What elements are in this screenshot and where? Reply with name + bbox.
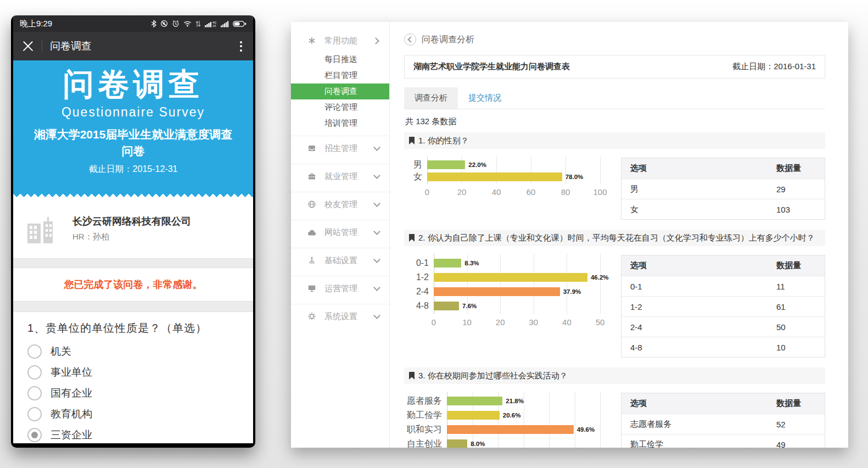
- radio-option-机关[interactable]: 机关: [27, 341, 239, 362]
- battery-icon: [233, 20, 247, 27]
- wifi-icon: [183, 20, 192, 27]
- survey-banner: 问卷调查 Questionnaire Survey 湘潭大学2015届毕业生就业…: [13, 60, 253, 199]
- table-cell-count: 10: [776, 343, 816, 352]
- sidebar-item-enrollment[interactable]: 招生管理: [291, 137, 389, 159]
- tab-bar: 调查分析 提交情况: [404, 87, 825, 109]
- radio-option-三资企业[interactable]: 三资企业: [27, 425, 239, 443]
- chart-bar: [447, 397, 502, 405]
- radio-option-label: 教育机构: [51, 407, 92, 421]
- table-cell-option: 4-8: [630, 343, 776, 352]
- alarm-icon: [172, 20, 180, 27]
- chart-x-axis: 020406080100: [427, 186, 600, 199]
- company-card: 长沙云研网络科技有限公司 HR：孙柏: [13, 199, 253, 258]
- back-button[interactable]: [404, 34, 416, 46]
- main-content: 问卷调查分析 湖南艺术职业学院学生就业能力问卷调查表 截止日期：2016-01-…: [390, 22, 848, 448]
- chart-category-label: 0-1: [405, 258, 434, 268]
- survey-title: 湖南艺术职业学院学生就业能力问卷调查表: [413, 62, 570, 72]
- data-arrows-icon: [195, 20, 201, 27]
- question-body: 愿者服务21.8%勤工俭学20.6%职和实习49.6%自主创业8.0%01020…: [404, 384, 825, 448]
- sidebar-item-alumni[interactable]: 校友管理: [291, 193, 389, 215]
- table-cell-option: 志愿者服务: [630, 419, 776, 430]
- sidebar-item-website[interactable]: 网站管理: [291, 221, 389, 243]
- survey-title-bar: 湖南艺术职业学院学生就业能力问卷调查表 截止日期：2016-01-31: [404, 55, 825, 79]
- sidebar-subitem-评论管理[interactable]: 评论管理: [291, 99, 389, 115]
- company-hr: HR：孙柏: [72, 232, 191, 242]
- chart-category-label: 自主创业: [405, 438, 447, 448]
- chart-gridline: [600, 157, 601, 184]
- bookmark-icon: [409, 234, 415, 242]
- sidebar-subitem-培训管理[interactable]: 培训管理: [291, 115, 389, 131]
- sidebar-group-basic: 基础设置: [291, 248, 389, 276]
- sidebar-item-common[interactable]: 常用功能: [291, 30, 389, 52]
- sidebar-subitem-问卷调查[interactable]: 问卷调查: [291, 83, 389, 99]
- chart-category-label: 愿者服务: [405, 395, 447, 407]
- table-header-option: 选项: [630, 260, 776, 271]
- chart-category-label: 1-2: [405, 272, 434, 282]
- chevron-down-icon: [373, 284, 380, 291]
- sidebar-item-operation[interactable]: 运营管理: [291, 277, 389, 299]
- chart-bar: [434, 259, 461, 268]
- bluetooth-icon: [151, 20, 156, 27]
- table-row: 女103: [621, 199, 825, 219]
- sidebar-group-employment: 就业管理: [291, 164, 389, 192]
- mobile-options: 机关事业单位国有企业教育机构三资企业: [27, 341, 239, 443]
- record-count: 共 132 条数据: [405, 116, 825, 127]
- chevron-right-icon: [372, 37, 379, 44]
- banner-logo: 问卷调查: [13, 60, 253, 101]
- radio-option-label: 三资企业: [51, 428, 92, 442]
- chart-row: 男22.0%: [405, 159, 600, 171]
- bar-chart: 愿者服务21.8%勤工俭学20.6%职和实习49.6%自主创业8.0%01020…: [405, 392, 600, 448]
- chart-axis-tick: 60: [527, 187, 536, 197]
- question-header-text: 2. 你认为自己除了上课（专业和文化课）时间，平均每天花在自习（文化学习和专业练…: [418, 233, 815, 243]
- bookmark-icon: [409, 137, 415, 144]
- tab-submissions[interactable]: 提交情况: [458, 87, 512, 109]
- table-cell-option: 0-1: [630, 282, 776, 291]
- radio-option-label: 国有企业: [51, 386, 92, 400]
- status-icons: 4G1X: [151, 20, 247, 27]
- dual-sim-signal-icon: 4G1X: [205, 20, 217, 27]
- chart-row: 0-18.3%: [405, 256, 600, 270]
- sidebar-group-enrollment: 招生管理: [291, 136, 389, 164]
- chart-row: 自主创业8.0%: [405, 437, 600, 448]
- chart-axis-tick: 40: [562, 317, 572, 327]
- chart-axis-tick: 0: [432, 317, 436, 327]
- radio-option-事业单位[interactable]: 事业单位: [27, 362, 239, 383]
- table-row: 勤工俭学49: [621, 434, 825, 448]
- question-header-text: 1. 你的性别？: [418, 136, 469, 146]
- more-menu-icon[interactable]: [238, 39, 244, 54]
- tab-analysis[interactable]: 调查分析: [404, 87, 458, 109]
- mobile-question: 1、贵单位的单位性质是？（单选） 机关事业单位国有企业教育机构三资企业: [13, 312, 253, 443]
- chart-value-label: 7.6%: [462, 303, 477, 309]
- table-cell-option: 男: [630, 184, 776, 194]
- chart-bar: [427, 160, 465, 169]
- radio-option-教育机构[interactable]: 教育机构: [27, 404, 239, 425]
- table-cell-count: 103: [776, 205, 816, 214]
- table-row: 1-261: [621, 296, 825, 316]
- table-header-row: 选项数据量: [621, 255, 825, 276]
- sidebar-subitem-每日推送[interactable]: 每日推送: [291, 52, 389, 68]
- sidebar-group-common: 常用功能每日推送栏目管理问卷调查评论管理培训管理: [291, 29, 389, 136]
- question-header: 2. 你认为自己除了上课（专业和文化课）时间，平均每天花在自习（文化学习和专业练…: [404, 230, 825, 246]
- table-row: 0-111: [621, 276, 825, 296]
- sidebar-subitem-栏目管理[interactable]: 栏目管理: [291, 68, 389, 83]
- signal-icon: [221, 20, 229, 27]
- chart-value-label: 49.6%: [577, 426, 595, 433]
- table-cell-option: 女: [630, 204, 776, 215]
- close-icon[interactable]: [22, 40, 34, 52]
- sidebar-item-system[interactable]: 系统设置: [291, 305, 389, 327]
- sidebar-item-label: 系统设置: [324, 311, 374, 322]
- sidebar-item-employment[interactable]: 就业管理: [291, 165, 389, 187]
- chart-axis-tick: 50: [596, 317, 605, 327]
- mobile-survey-deadline: 截止日期：2015-12-31: [13, 164, 253, 175]
- sidebar-item-basic[interactable]: 基础设置: [291, 249, 389, 271]
- radio-option-国有企业[interactable]: 国有企业: [27, 383, 239, 404]
- chart-row: 4-87.6%: [405, 299, 600, 313]
- chart-category-label: 勤工俭学: [405, 410, 447, 421]
- page-header: 问卷调查分析: [404, 32, 825, 47]
- sidebar-item-label: 运营管理: [324, 283, 374, 294]
- pedestal-icon: [307, 256, 317, 265]
- chevron-down-icon: [373, 228, 380, 235]
- chart-row: 愿者服务21.8%: [405, 394, 600, 408]
- chevron-down-icon: [373, 200, 380, 207]
- section-divider: [13, 258, 253, 268]
